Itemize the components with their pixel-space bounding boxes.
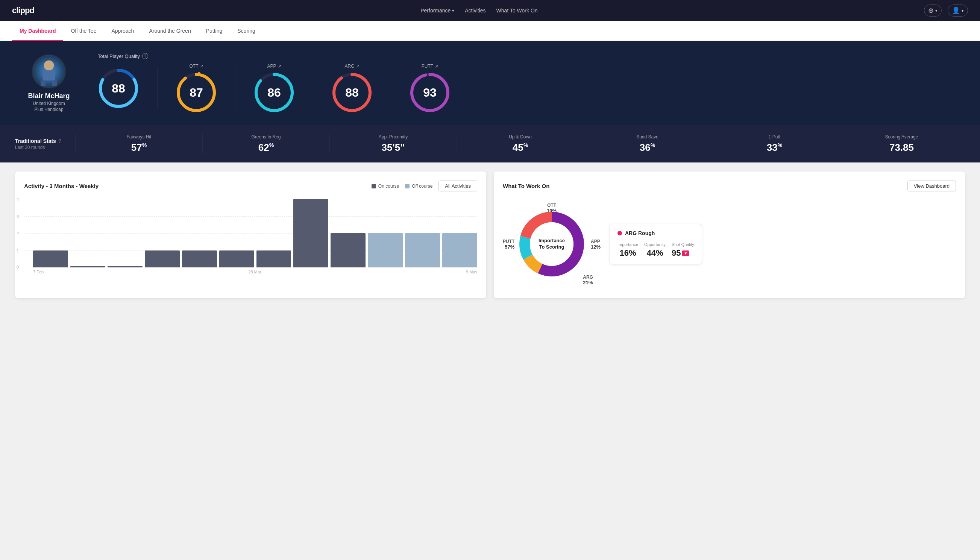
what-to-work-on-panel: What To Work On View Dashboard OTT 10% A… xyxy=(494,172,965,298)
hero-section: Blair McHarg United Kingdom Plus Handica… xyxy=(0,41,980,125)
arg-value: 88 xyxy=(345,86,359,100)
donut-area: OTT 10% APP 12% ARG 21% PUTT 57% xyxy=(503,199,956,289)
stat-app-proximity: App. Proximity 35'5" xyxy=(329,134,456,153)
arg-rough-card: ARG Rough Importance 16% Opportunity 44%… xyxy=(610,224,702,264)
svg-rect-4 xyxy=(52,80,57,86)
nav-what-to-work-on[interactable]: What To Work On xyxy=(496,8,538,13)
arg-rough-title: ARG Rough xyxy=(617,230,694,236)
activity-legend: On course Off course xyxy=(371,183,433,189)
svg-point-1 xyxy=(44,60,54,70)
player-handicap: Plus Handicap xyxy=(34,107,63,112)
user-menu[interactable]: 👤▾ xyxy=(948,5,968,17)
stat-fairways-hit: Fairways Hit 57% xyxy=(75,134,202,153)
bar-9 xyxy=(331,233,366,267)
bars-container xyxy=(33,199,477,267)
app-label: APP ↗ xyxy=(267,63,281,69)
stats-help-icon[interactable]: ? xyxy=(58,138,62,144)
ott-label: OTT ↗ xyxy=(190,63,203,69)
legend-on-course: On course xyxy=(371,183,399,189)
metric-importance: Importance 16% xyxy=(617,242,638,258)
all-activities-button[interactable]: All Activities xyxy=(438,180,477,192)
tab-my-dashboard[interactable]: My Dashboard xyxy=(12,21,63,41)
tab-off-the-tee[interactable]: Off the Tee xyxy=(63,21,104,41)
bar-1 xyxy=(33,250,68,268)
svg-point-10 xyxy=(198,72,200,73)
arg-rough-metrics: Importance 16% Opportunity 44% Shot Qual… xyxy=(617,242,694,258)
legend-off-course: Off course xyxy=(405,183,433,189)
svg-text:Importance: Importance xyxy=(539,238,565,243)
wtwo-title: What To Work On xyxy=(503,183,549,189)
down-badge: ▼ xyxy=(682,250,689,256)
bar-6 xyxy=(219,250,254,268)
app-value: 86 xyxy=(267,86,281,100)
score-app: APP ↗ 86 xyxy=(235,63,313,113)
bar-3 xyxy=(108,266,143,267)
tab-around-the-green[interactable]: Around the Green xyxy=(141,21,198,41)
tpq-label: Total Player Quality ? xyxy=(98,53,965,59)
stat-sand-save: Sand Save 36% xyxy=(584,134,711,153)
bar-2 xyxy=(70,266,105,267)
putt-circle: 93 xyxy=(409,72,451,113)
metric-opportunity: Opportunity 44% xyxy=(644,242,666,258)
tab-approach[interactable]: Approach xyxy=(104,21,141,41)
activity-chart-area: 4 3 2 1 0 xyxy=(24,199,477,274)
metric-shot-quality: Shot Quality 95 ▼ xyxy=(672,242,694,258)
putt-label: PUTT ↗ xyxy=(421,63,438,69)
svg-rect-2 xyxy=(43,70,55,80)
donut-chart: Importance To Scoring xyxy=(510,203,593,285)
bar-12 xyxy=(442,233,477,267)
svg-text:To Scoring: To Scoring xyxy=(539,244,564,250)
off-course-dot xyxy=(405,184,409,188)
activity-chart-header: Activity - 3 Months - Weekly On course O… xyxy=(24,180,477,192)
pink-dot-icon xyxy=(617,231,622,235)
bar-5 xyxy=(182,250,217,268)
x-label-feb: 7 Feb xyxy=(33,270,43,274)
score-circles: 88 OTT ↗ 87 xyxy=(98,63,965,113)
bottom-panels: Activity - 3 Months - Weekly On course O… xyxy=(0,162,980,307)
add-button[interactable]: ⊕▾ xyxy=(924,5,942,17)
player-info: Blair McHarg United Kingdom Plus Handica… xyxy=(15,55,83,112)
stats-subtitle: Last 20 rounds xyxy=(15,145,75,150)
ott-circle: 87 xyxy=(176,72,217,113)
tab-bar: My Dashboard Off the Tee Approach Around… xyxy=(0,21,980,41)
app-logo: clippd xyxy=(12,6,34,15)
putt-value: 93 xyxy=(423,86,437,100)
stat-scoring-avg: Scoring Average 73.85 xyxy=(838,134,965,153)
bar-8 xyxy=(293,199,328,267)
activity-chart-title: Activity - 3 Months - Weekly xyxy=(24,183,98,189)
x-axis-labels: 7 Feb 28 Mar 9 May xyxy=(24,270,477,274)
scores-container: Total Player Quality ? 88 xyxy=(98,53,965,113)
player-country: United Kingdom xyxy=(33,101,65,106)
bar-11 xyxy=(405,233,440,267)
nav-links: Performance ▾ Activities What To Work On xyxy=(421,8,537,13)
activity-chart-panel: Activity - 3 Months - Weekly On course O… xyxy=(15,172,486,298)
score-putt: PUTT ↗ 93 xyxy=(391,63,469,113)
nav-performance[interactable]: Performance ▾ xyxy=(421,8,454,13)
tpq-value: 88 xyxy=(112,82,125,95)
stats-title: Traditional Stats ? xyxy=(15,138,75,144)
tab-putting[interactable]: Putting xyxy=(198,21,230,41)
avatar xyxy=(32,55,66,88)
bar-4 xyxy=(145,250,180,268)
help-icon[interactable]: ? xyxy=(142,53,148,59)
stat-1putt: 1 Putt 33% xyxy=(711,134,838,153)
x-label-may: 9 May xyxy=(466,270,477,274)
stats-bar: Traditional Stats ? Last 20 rounds Fairw… xyxy=(0,125,980,162)
stats-label-col: Traditional Stats ? Last 20 rounds xyxy=(15,138,75,150)
arg-label: ARG ↗ xyxy=(344,63,359,69)
bar-10 xyxy=(368,233,403,267)
nav-activities[interactable]: Activities xyxy=(465,8,486,13)
on-course-dot xyxy=(371,184,376,188)
stat-greens-in-reg: Greens In Reg 62% xyxy=(202,134,329,153)
tab-scoring[interactable]: Scoring xyxy=(230,21,263,41)
ott-value: 87 xyxy=(190,86,203,100)
x-label-mar: 28 Mar xyxy=(248,270,261,274)
score-tpq: 88 xyxy=(98,68,158,109)
view-dashboard-button[interactable]: View Dashboard xyxy=(907,180,956,192)
score-arg: ARG ↗ 88 xyxy=(313,63,391,113)
nav-right: ⊕▾ 👤▾ xyxy=(924,5,968,17)
top-nav: clippd Performance ▾ Activities What To … xyxy=(0,0,980,21)
wtwo-header: What To Work On View Dashboard xyxy=(503,180,956,192)
player-name: Blair McHarg xyxy=(28,92,70,100)
arg-circle: 88 xyxy=(331,72,373,113)
